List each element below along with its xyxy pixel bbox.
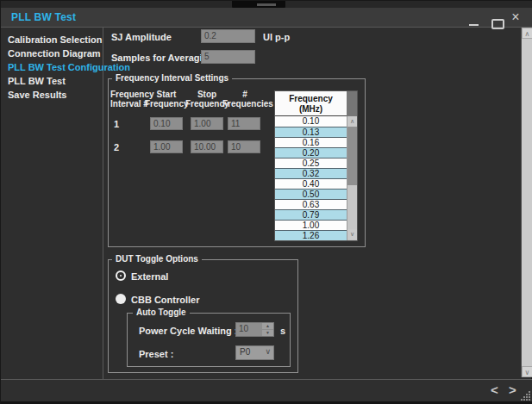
frequency-table-header: Frequency (MHz) — [275, 91, 347, 116]
sidebar-item-calibration-selection[interactable]: Calibration Selection — [1, 33, 108, 47]
scroll-down-icon[interactable]: ∨ — [522, 366, 532, 377]
table-row[interactable]: 0.16 — [275, 137, 347, 147]
sidebar-item-connection-diagram[interactable]: Connection Diagram — [1, 47, 108, 60]
app-window: PLL BW Test × Calibration Selection Conn… — [0, 0, 532, 404]
main-scrollbar[interactable]: ∧ ∨ — [521, 28, 532, 377]
sidebar-item-label: PLL BW Test — [8, 76, 66, 86]
sj-amplitude-unit: UI p-p — [263, 32, 290, 42]
table-row[interactable]: 0.50 — [275, 189, 347, 199]
dut-toggle-options-title: DUT Toggle Options — [112, 254, 202, 264]
maximize-icon[interactable] — [491, 19, 504, 29]
titlebar: PLL BW Test × — [1, 8, 532, 28]
radio-selected-dot — [120, 275, 122, 277]
external-radio-label[interactable]: External — [131, 271, 168, 282]
interval-1-stop-input[interactable]: 1.00 — [191, 117, 223, 130]
nav-next-icon[interactable]: > — [509, 382, 516, 399]
close-icon[interactable]: × — [509, 9, 523, 26]
spinner-down-icon[interactable]: ▼ — [262, 330, 273, 336]
preset-value: P0 — [240, 347, 250, 357]
table-row[interactable]: 0.13 — [275, 127, 347, 137]
resize-grip-icon[interactable] — [521, 391, 531, 401]
frequency-table-header-corner — [347, 91, 357, 117]
external-radio[interactable] — [116, 270, 126, 281]
spinner-up-icon[interactable]: ▲ — [262, 323, 273, 329]
sidebar-item-label: Save Results — [8, 90, 66, 100]
preset-label: Preset : — [139, 349, 173, 359]
table-row[interactable]: 1.26 — [275, 230, 347, 240]
table-row[interactable]: 0.32 — [275, 168, 347, 178]
interval-1-index: 1 — [114, 119, 119, 129]
sj-amplitude-label: SJ Amplitude — [111, 32, 172, 42]
sj-amplitude-input[interactable]: 0.2 — [201, 29, 255, 43]
spinner-buttons: ▲ ▼ — [262, 323, 273, 336]
table-row[interactable]: 0.10 — [275, 116, 347, 127]
auto-toggle-title: Auto Toggle — [133, 308, 190, 317]
sidebar-item-label: PLL BW Test Configuration — [8, 62, 130, 72]
samples-for-averaging-input[interactable]: 5 — [201, 50, 255, 64]
preset-dropdown[interactable]: P0 ∨ — [235, 345, 274, 360]
interval-2-num-input[interactable]: 10 — [228, 140, 260, 153]
power-cycle-waiting-label: Power Cycle Waiting : — [139, 326, 238, 336]
interval-2-start-input[interactable]: 1.00 — [150, 140, 183, 153]
bottom-bar: < > — [1, 380, 532, 401]
col-header-frequency-interval: Frequency Interval # — [110, 90, 147, 109]
sidebar-item-save-results[interactable]: Save Results — [1, 88, 108, 102]
interval-1-num-input[interactable]: 11 — [228, 117, 260, 130]
cbb-controller-radio[interactable] — [116, 294, 126, 304]
table-row[interactable]: 1.00 — [275, 220, 347, 230]
drag-handle-icon — [257, 3, 276, 6]
sidebar-item-label: Connection Diagram — [8, 48, 101, 59]
interval-1-start-input[interactable]: 0.10 — [150, 117, 183, 130]
power-cycle-waiting-unit: s — [280, 326, 285, 336]
window-title: PLL BW Test — [11, 11, 76, 23]
table-scroll-down-icon[interactable]: ∨ — [347, 229, 357, 239]
sidebar-item-pll-bw-test[interactable]: PLL BW Test — [1, 74, 108, 88]
table-scrollbar[interactable]: ∧ ∨ — [347, 116, 357, 240]
table-row[interactable]: 0.79 — [275, 209, 347, 220]
table-row[interactable]: 0.40 — [275, 178, 347, 189]
table-row[interactable]: 0.25 — [275, 158, 347, 168]
samples-for-averaging-label: Samples for Averaging — [111, 53, 214, 63]
chevron-down-icon: ∨ — [265, 347, 271, 356]
table-scroll-up-icon[interactable]: ∧ — [347, 116, 357, 127]
col-header-start-frequency: Start Frequency — [145, 90, 188, 109]
power-cycle-waiting-stepper[interactable]: 10 ▲ ▼ — [235, 322, 274, 337]
sidebar-item-pll-bw-test-configuration[interactable]: PLL BW Test Configuration — [1, 60, 108, 74]
table-row[interactable]: 0.63 — [275, 199, 347, 209]
scroll-up-icon[interactable]: ∧ — [522, 28, 532, 39]
sidebar-item-label: Calibration Selection — [8, 34, 102, 45]
frequency-table: Frequency (MHz) 0.10 0.13 0.16 0.20 0.25… — [274, 90, 358, 241]
table-row[interactable]: 0.20 — [275, 147, 347, 158]
cbb-controller-radio-label[interactable]: CBB Controller — [131, 295, 199, 305]
interval-2-stop-input[interactable]: 10.00 — [191, 140, 223, 153]
power-cycle-waiting-value: 10 — [239, 324, 248, 333]
table-scrollbar-thumb[interactable] — [347, 127, 357, 185]
frequency-interval-settings-title: Frequency Interval Settings — [112, 73, 232, 83]
nav-previous-icon[interactable]: < — [491, 382, 498, 399]
interval-2-index: 2 — [114, 142, 119, 152]
minimize-icon[interactable] — [469, 24, 479, 26]
col-header-num-frequencies: # Frequencies — [222, 90, 267, 109]
